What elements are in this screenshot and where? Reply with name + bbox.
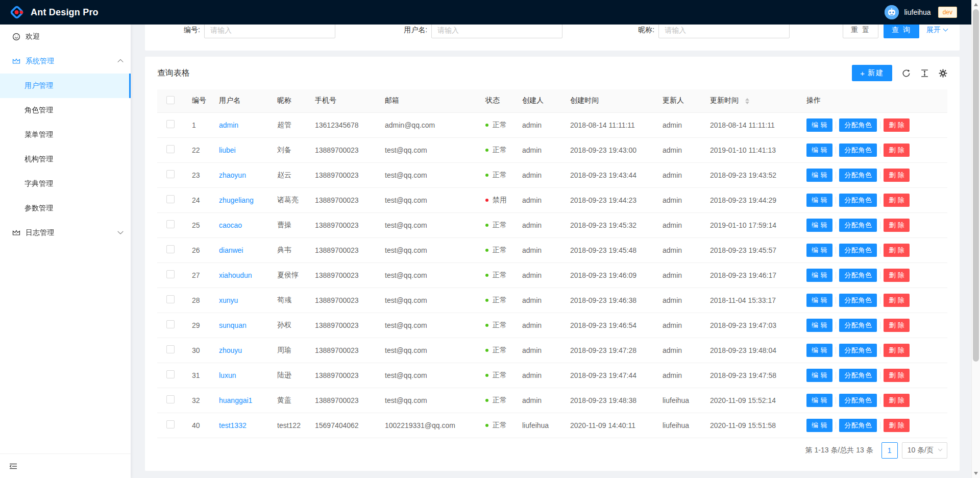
assign-role-button[interactable]: 分配角色	[839, 144, 877, 157]
username-link[interactable]: caocao	[219, 221, 242, 229]
cell-updater: liufeihua	[663, 388, 710, 413]
assign-role-button[interactable]: 分配角色	[839, 219, 877, 232]
reload-icon[interactable]	[902, 69, 911, 78]
density-icon[interactable]	[920, 69, 929, 78]
edit-button[interactable]: 编 辑	[806, 244, 832, 257]
scroll-down-icon[interactable]	[974, 472, 978, 475]
page-1-button[interactable]: 1	[881, 442, 898, 459]
column-header-username: 用户名	[219, 89, 277, 112]
username-link[interactable]: xiahoudun	[219, 271, 252, 279]
delete-button[interactable]: 删 除	[884, 344, 910, 357]
sidebar-item-role-mgmt[interactable]: 角色管理	[0, 98, 131, 123]
divider	[836, 397, 836, 404]
row-checkbox[interactable]	[166, 370, 175, 378]
cell-actions: 编 辑分配角色删 除	[806, 288, 947, 313]
row-checkbox[interactable]	[166, 195, 175, 203]
username-link[interactable]: zhugeliang	[219, 196, 254, 204]
row-checkbox[interactable]	[166, 395, 175, 403]
username-link[interactable]: liubei	[219, 146, 236, 154]
delete-button[interactable]: 删 除	[884, 419, 910, 432]
delete-button[interactable]: 删 除	[884, 144, 910, 157]
column-header-update-time[interactable]: 更新时间	[710, 89, 806, 112]
delete-button[interactable]: 删 除	[884, 394, 910, 407]
row-checkbox[interactable]	[166, 295, 175, 303]
edit-button[interactable]: 编 辑	[806, 344, 832, 357]
delete-button[interactable]: 删 除	[884, 269, 910, 282]
scroll-up-icon[interactable]	[974, 3, 978, 6]
delete-button[interactable]: 删 除	[884, 194, 910, 207]
table-row: 30 zhouyu 周瑜 13889700023 test@qq.com 正常 …	[157, 338, 947, 363]
username-link[interactable]: test1332	[219, 421, 247, 429]
edit-button[interactable]: 编 辑	[806, 419, 832, 432]
scrollbar-thumb[interactable]	[973, 9, 979, 362]
row-checkbox[interactable]	[166, 420, 175, 428]
cell-status: 禁用	[485, 187, 522, 212]
edit-button[interactable]: 编 辑	[806, 194, 832, 207]
row-checkbox[interactable]	[166, 245, 175, 253]
sidebar-item-org-mgmt[interactable]: 机构管理	[0, 147, 131, 172]
assign-role-button[interactable]: 分配角色	[839, 244, 877, 257]
username-link[interactable]: zhaoyun	[219, 171, 246, 179]
username-link[interactable]: luxun	[219, 371, 236, 379]
edit-button[interactable]: 编 辑	[806, 144, 832, 157]
page-size-select[interactable]: 10 条/页	[902, 442, 947, 459]
assign-role-button[interactable]: 分配角色	[839, 344, 877, 357]
user-name[interactable]: liufeihua	[904, 8, 930, 16]
edit-button[interactable]: 编 辑	[806, 269, 832, 282]
delete-button[interactable]: 删 除	[884, 319, 910, 332]
username-link[interactable]: admin	[219, 121, 238, 129]
expand-link[interactable]: 展开	[926, 26, 947, 35]
edit-button[interactable]: 编 辑	[806, 319, 832, 332]
sidebar-item-welcome[interactable]: 欢迎	[0, 25, 131, 49]
app-logo-icon[interactable]	[9, 5, 24, 20]
edit-button[interactable]: 编 辑	[806, 169, 832, 182]
edit-button[interactable]: 编 辑	[806, 294, 832, 307]
edit-button[interactable]: 编 辑	[806, 369, 832, 382]
assign-role-button[interactable]: 分配角色	[839, 419, 877, 432]
select-all-checkbox[interactable]	[166, 96, 175, 104]
assign-role-button[interactable]: 分配角色	[839, 394, 877, 407]
delete-button[interactable]: 删 除	[884, 169, 910, 182]
edit-button[interactable]: 编 辑	[806, 118, 832, 132]
delete-button[interactable]: 删 除	[884, 369, 910, 382]
settings-icon[interactable]	[939, 69, 947, 78]
assign-role-button[interactable]: 分配角色	[839, 169, 877, 182]
row-checkbox[interactable]	[166, 345, 175, 353]
sidebar-item-dict-mgmt[interactable]: 字典管理	[0, 172, 131, 196]
edit-button[interactable]: 编 辑	[806, 219, 832, 232]
row-checkbox[interactable]	[166, 220, 175, 228]
menu-fold-icon[interactable]	[9, 462, 17, 470]
row-checkbox[interactable]	[166, 320, 175, 328]
sort-icon[interactable]	[745, 98, 749, 104]
new-button[interactable]: + 新建	[852, 65, 892, 81]
sidebar-submenu-system[interactable]: 系统管理	[0, 49, 131, 74]
row-checkbox[interactable]	[166, 145, 175, 153]
assign-role-button[interactable]: 分配角色	[839, 118, 877, 132]
row-checkbox[interactable]	[166, 270, 175, 278]
cell-id: 29	[192, 313, 219, 338]
sidebar-submenu-log[interactable]: 日志管理	[0, 221, 131, 245]
assign-role-button[interactable]: 分配角色	[839, 369, 877, 382]
sidebar-item-user-mgmt[interactable]: 用户管理	[0, 74, 131, 98]
sidebar-item-param-mgmt[interactable]: 参数管理	[0, 196, 131, 221]
username-link[interactable]: dianwei	[219, 246, 243, 254]
row-checkbox[interactable]	[166, 170, 175, 178]
avatar[interactable]	[885, 5, 899, 19]
delete-button[interactable]: 删 除	[884, 244, 910, 257]
edit-button[interactable]: 编 辑	[806, 394, 832, 407]
row-checkbox[interactable]	[166, 120, 175, 128]
sidebar-item-menu-mgmt[interactable]: 菜单管理	[0, 123, 131, 147]
assign-role-button[interactable]: 分配角色	[839, 269, 877, 282]
delete-button[interactable]: 删 除	[884, 118, 910, 132]
username-link[interactable]: huanggai1	[219, 396, 252, 404]
username-link[interactable]: zhouyu	[219, 346, 242, 354]
divider	[880, 347, 880, 354]
delete-button[interactable]: 删 除	[884, 294, 910, 307]
username-link[interactable]: sunquan	[219, 321, 247, 329]
delete-button[interactable]: 删 除	[884, 219, 910, 232]
assign-role-button[interactable]: 分配角色	[839, 194, 877, 207]
assign-role-button[interactable]: 分配角色	[839, 294, 877, 307]
page-scrollbar[interactable]	[971, 0, 980, 478]
assign-role-button[interactable]: 分配角色	[839, 319, 877, 332]
username-link[interactable]: xunyu	[219, 296, 238, 304]
